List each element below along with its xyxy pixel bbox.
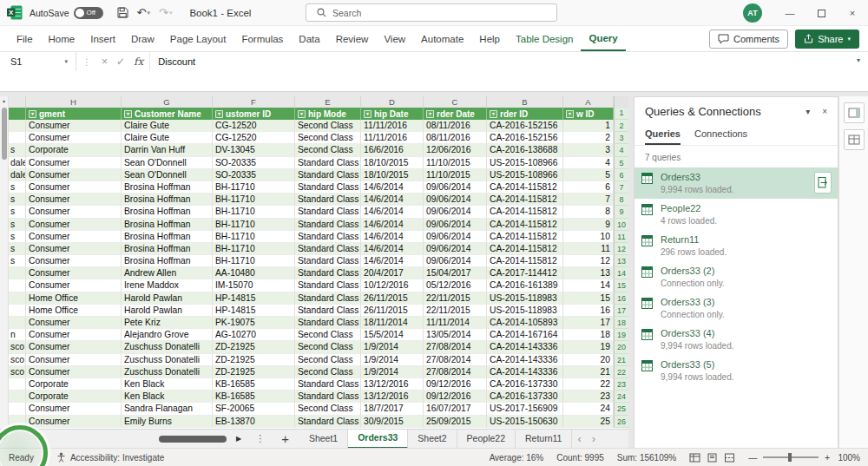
filter-icon[interactable]: ▾ — [298, 110, 306, 118]
zoom-slider-thumb[interactable] — [788, 453, 792, 462]
cell[interactable]: BH-11710 — [213, 219, 295, 231]
cell[interactable]: CA-2014-115812 — [487, 255, 563, 267]
zoom-out-button[interactable]: — — [748, 453, 757, 463]
cell[interactable]: CA-2014-115812 — [487, 243, 563, 255]
maximize-button[interactable] — [806, 0, 837, 26]
redo-button[interactable]: ↷▾ — [159, 7, 172, 18]
row-number[interactable]: 1 — [614, 108, 628, 120]
cell[interactable]: ZD-21925 — [213, 354, 295, 366]
cell[interactable]: 20/4/2017 — [361, 267, 424, 279]
cell[interactable]: Second Class — [295, 120, 361, 132]
cell[interactable]: Sean O'Donnell — [122, 169, 213, 181]
row-number[interactable]: 25 — [614, 403, 628, 415]
cell[interactable]: 11/11/2014 — [424, 317, 487, 329]
cell[interactable]: 15/04/2017 — [424, 267, 487, 279]
horizontal-scrollbar[interactable] — [68, 430, 233, 449]
row-number[interactable]: 11 — [614, 231, 628, 243]
column-header-f[interactable]: F — [213, 96, 295, 108]
cell[interactable]: 11/11/2016 — [361, 132, 424, 144]
query-item-orders33-4[interactable]: Orders33 (4)9,994 rows loaded. — [635, 324, 838, 355]
cell[interactable]: CG-12520 — [213, 132, 295, 144]
ribbon-tab-query[interactable]: Query — [581, 26, 625, 51]
filter-icon[interactable]: ▾ — [566, 110, 574, 118]
cell[interactable]: Zuschuss Donatelli — [122, 354, 213, 366]
cell[interactable]: 09/12/2016 — [424, 378, 487, 391]
cell[interactable]: 14 — [563, 279, 614, 292]
scroll-right-icon[interactable]: ▶ — [236, 435, 241, 443]
filter-icon[interactable]: ▾ — [426, 110, 434, 118]
cell[interactable]: Brosina Hoffman — [122, 231, 213, 243]
cell[interactable]: 13/05/2014 — [424, 329, 487, 341]
cell[interactable] — [9, 391, 26, 403]
query-item-return11[interactable]: Return11296 rows loaded. — [635, 230, 838, 261]
cell[interactable]: CA-2014-115812 — [487, 194, 563, 206]
cell[interactable]: 18 — [563, 329, 614, 341]
cell[interactable]: Home Office — [26, 292, 122, 305]
cell[interactable]: s — [9, 144, 26, 156]
cell[interactable]: 20 — [563, 354, 614, 366]
column-header-c[interactable]: C — [424, 96, 487, 108]
row-number[interactable]: 19 — [614, 329, 628, 341]
tab-nav-prev-icon[interactable]: ‹ — [572, 430, 586, 448]
cell[interactable]: 18/11/2014 — [361, 317, 424, 329]
cell[interactable]: Consumer — [26, 341, 122, 353]
cell[interactable]: Second Class — [295, 144, 361, 156]
close-button[interactable]: × — [837, 0, 868, 26]
cell[interactable]: Brosina Hoffman — [122, 219, 213, 231]
cell[interactable]: Standard Class — [295, 279, 361, 292]
cell[interactable]: Consumer — [26, 206, 122, 218]
header-cell-hip-mode[interactable]: ▾hip Mode — [295, 108, 361, 120]
cell[interactable]: Consumer — [26, 231, 122, 243]
cell[interactable]: 14/6/2014 — [361, 194, 424, 206]
zoom-slider[interactable] — [763, 456, 819, 458]
cell[interactable]: 25 — [563, 416, 614, 428]
cell[interactable]: ZD-21925 — [213, 366, 295, 378]
cell[interactable]: 1/9/2014 — [361, 366, 424, 378]
cell[interactable]: s — [9, 194, 26, 206]
cell[interactable]: CA-2016-152156 — [487, 120, 563, 132]
header-cell-gment[interactable]: ▾gment — [26, 108, 122, 120]
select-all-corner[interactable] — [614, 96, 628, 108]
cell[interactable]: Claire Gute — [122, 120, 213, 132]
cell[interactable]: 5 — [563, 169, 614, 181]
row-number[interactable]: 5 — [614, 157, 628, 169]
formula-bar-expand-icon[interactable]: ▾ — [857, 56, 860, 64]
cell[interactable]: 10 — [563, 231, 614, 243]
cell[interactable]: Second Class — [295, 329, 361, 341]
cell[interactable]: US-2015-118983 — [487, 305, 563, 317]
peek-button[interactable] — [814, 172, 832, 194]
cell[interactable]: 22/11/2015 — [424, 292, 487, 305]
query-item-people22[interactable]: People224 rows loaded. — [635, 199, 838, 230]
cell[interactable]: 4 — [563, 157, 614, 169]
cell[interactable]: Consumer — [26, 255, 122, 267]
cell[interactable]: AG-10270 — [213, 329, 295, 341]
cell[interactable]: Ken Black — [122, 391, 213, 403]
header-cell-rder-date[interactable]: ▾rder Date — [424, 108, 487, 120]
cell[interactable]: 12/06/2016 — [424, 144, 487, 156]
cell[interactable]: CA-2016-152156 — [487, 132, 563, 144]
cell[interactable]: 7 — [563, 194, 614, 206]
cell[interactable]: Standard Class — [295, 194, 361, 206]
cell[interactable] — [9, 317, 26, 329]
cell[interactable]: Consumer — [26, 354, 122, 366]
cell[interactable]: US-2017-156909 — [487, 403, 563, 415]
cell[interactable]: 3 — [563, 144, 614, 156]
cell[interactable]: Standard Class — [295, 317, 361, 329]
cell[interactable]: Consumer — [26, 194, 122, 206]
cell[interactable]: Second Class — [295, 132, 361, 144]
cell[interactable]: BH-11710 — [213, 231, 295, 243]
cell[interactable]: Standard Class — [295, 267, 361, 279]
cell[interactable]: Brosina Hoffman — [122, 206, 213, 218]
pane-tab-connections[interactable]: Connections — [694, 128, 747, 145]
cell[interactable]: 22 — [563, 378, 614, 391]
column-header-partial[interactable] — [9, 96, 26, 108]
cell[interactable]: sco — [9, 341, 26, 353]
cell[interactable]: 30/9/2015 — [361, 416, 424, 428]
cell[interactable]: Standard Class — [295, 157, 361, 169]
cell[interactable]: 18/7/2017 — [361, 403, 424, 415]
cell[interactable]: s — [9, 206, 26, 218]
sheet-tab-orders33[interactable]: Orders33 — [348, 430, 408, 449]
vertical-scrollbar-thumb[interactable] — [2, 108, 7, 160]
row-number[interactable]: 3 — [614, 132, 628, 144]
cell[interactable]: Harold Pawlan — [122, 292, 213, 305]
